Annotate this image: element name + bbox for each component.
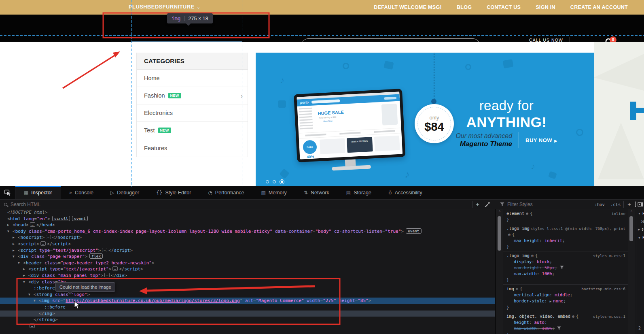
search-html-input[interactable]: Search HTML [11, 202, 472, 207]
css-rule[interactable]: element⊕{inline} [503, 209, 628, 224]
markup-row[interactable]: ▶<div class="main-panel-top">…</div> [0, 272, 495, 279]
rules-scrollbar[interactable]: ⌃ [496, 209, 503, 334]
expand-arrow-icon[interactable]: ▶ [13, 241, 18, 247]
tab-debugger[interactable]: ▷Debugger [102, 186, 148, 199]
category-item-electronics[interactable]: Electronics [137, 104, 248, 122]
carousel-dot-active[interactable] [280, 179, 284, 184]
markup-row[interactable]: ▶<script type="text/javascript">…</scrip… [0, 247, 495, 254]
topbar-link[interactable]: CREATE AN ACCOUNT [570, 4, 628, 10]
collapse-arrow-icon[interactable]: ▼ [28, 291, 34, 298]
ellipsis-expander[interactable]: … [30, 222, 35, 227]
layout-section-b[interactable]: ▼B [636, 234, 644, 242]
css-rule[interactable]: .logo img⊕{styles-m.css:1display: block;… [503, 251, 628, 285]
rule-source-link[interactable]: bootstrap.min.css:6 [581, 286, 625, 292]
css-rule[interactable]: img, object, video, embed⊕{styles-m.css:… [503, 312, 628, 334]
tab-network[interactable]: ⇅Network [295, 186, 338, 199]
selector-highlighter-icon[interactable]: ⊕ [516, 286, 518, 292]
rule-selector[interactable]: element [506, 211, 524, 217]
markup-row[interactable]: </strong> [0, 317, 495, 323]
scroll-up-arrow[interactable]: ⌃ [496, 209, 503, 215]
ellipsis-expander[interactable]: … [102, 248, 107, 252]
ellipsis-expander[interactable]: … [40, 241, 46, 246]
css-rule[interactable]: img⊕{bootstrap.min.css:6vertical-align: … [503, 285, 628, 312]
markup-row[interactable]: ::before [0, 304, 495, 311]
dom-badge-scroll[interactable]: scroll [52, 216, 70, 221]
scrollbar-thumb[interactable] [498, 216, 501, 251]
ellipsis-expander[interactable]: … [30, 323, 35, 328]
topbar-link[interactable]: DEFAULT WELCOME MSG! [374, 4, 442, 10]
collapse-arrow-icon[interactable]: ▼ [13, 253, 18, 260]
sidebar-scrollbar[interactable]: ⌃ [628, 209, 635, 334]
selector-highlighter-icon[interactable]: ⊕ [526, 211, 528, 217]
scrollbar-thumb[interactable] [629, 216, 633, 241]
expand-shorthand-icon[interactable]: ▶ [550, 300, 552, 303]
layout-section-s[interactable]: S [636, 217, 644, 226]
tab-storage[interactable]: ▤Storage [338, 186, 380, 199]
rule-source-link[interactable]: styles-m.css:1 [593, 253, 625, 259]
rule-source-link[interactable]: styles-l.css:1 @(min-width: 768px), prin… [531, 226, 626, 232]
css-declaration[interactable]: max-width: 100%; [506, 271, 625, 277]
markup-row[interactable]: <!DOCTYPE html> [0, 209, 495, 216]
tab-memory[interactable]: ▥Memory [252, 186, 295, 199]
markup-row[interactable]: ▼<header class="page-header type2 header… [0, 260, 495, 266]
layout-section-g[interactable]: ▶G [636, 226, 644, 234]
hero-banner[interactable]: ♪ ♪ ♪ porto [256, 53, 594, 186]
ellipsis-expander[interactable]: … [46, 235, 51, 239]
expand-arrow-icon[interactable]: ▶ [7, 222, 13, 228]
category-item-test[interactable]: TestNEW [137, 122, 248, 139]
dom-badge-event[interactable]: event [406, 228, 422, 234]
markup-row[interactable]: ▼<strong class="logo"> [0, 291, 495, 298]
markup-row[interactable]: ▶<script type="text/javascript">…</scrip… [0, 266, 495, 272]
css-declaration[interactable]: height: auto; [506, 319, 625, 325]
rule-selector[interactable]: img, object, video, embed [506, 313, 570, 319]
css-declaration[interactable]: display: block; [506, 259, 625, 265]
css-declaration[interactable]: vertical-align: middle; [506, 292, 625, 298]
selector-highlighter-icon[interactable]: ⊕ [508, 232, 511, 238]
ellipsis-expander[interactable]: … [104, 273, 110, 277]
topbar-link[interactable]: SIGN IN [536, 4, 555, 10]
collapse-arrow-icon[interactable]: ▼ [34, 298, 39, 304]
eyedropper-button[interactable] [484, 201, 490, 207]
markup-row[interactable]: ▶<noscript>…</noscript> [0, 234, 495, 241]
tab-inspector[interactable]: ▦Inspector [15, 186, 61, 199]
carousel-dot[interactable] [273, 180, 276, 183]
ellipsis-expander[interactable]: … [112, 266, 118, 271]
css-declaration[interactable]: max-height: inherit; [506, 238, 625, 244]
dom-badge-flex[interactable]: flex [89, 253, 103, 259]
category-item-features[interactable]: Features [137, 139, 248, 157]
collapse-arrow-icon[interactable]: ▼ [18, 260, 23, 266]
hover-pseudo-button[interactable]: :hov [595, 202, 605, 207]
expand-arrow-icon[interactable]: ▶ [13, 247, 18, 254]
collapse-arrow-icon[interactable]: ▼ [7, 228, 13, 235]
expand-sidebar-button[interactable] [636, 200, 644, 209]
topbar-link[interactable]: BLOG [457, 4, 472, 10]
markup-row[interactable]: <html lang="en">scrollevent [0, 216, 495, 222]
rule-source-link[interactable]: styles-m.css:1 [593, 313, 625, 319]
tab-style-editor[interactable]: {}Style Editor [148, 186, 199, 199]
topbar-link[interactable]: CONTACT US [487, 4, 521, 10]
filter-styles-input[interactable]: Filter Styles [507, 202, 592, 207]
expand-arrow-icon[interactable]: ▶ [23, 272, 28, 279]
css-declaration[interactable]: border-style: ▶none; [506, 298, 625, 304]
collapse-arrow-icon[interactable]: ▼ [23, 279, 28, 285]
store-switcher[interactable]: PLUSHBEDSFURNITURE⌄ [129, 4, 200, 10]
tab-console[interactable]: »Console [61, 186, 102, 199]
markup-row[interactable]: ▼<div class="page-wrapper">flex [0, 253, 495, 260]
overridden-filter-icon[interactable] [557, 326, 561, 330]
markup-row[interactable]: </img> [0, 311, 495, 317]
scroll-up-arrow[interactable]: ⌃ [628, 209, 635, 215]
markup-row[interactable]: ▼<img src="https://plushbedsfurniture.co… [0, 298, 495, 304]
expand-arrow-icon[interactable]: ▶ [13, 234, 18, 241]
rule-selector[interactable]: .logo img [506, 226, 530, 232]
carousel-dot[interactable] [266, 180, 269, 183]
dom-badge-event[interactable]: event [72, 216, 88, 221]
markup-row[interactable]: ▶<head>…</head> [0, 222, 495, 228]
rules-view[interactable]: element⊕{inline}.logo imgstyles-l.css:1 … [503, 209, 628, 334]
element-picker-button[interactable] [0, 186, 15, 199]
css-declaration[interactable]: max-height: 50px; [506, 265, 625, 271]
layout-section-f[interactable]: ▼F [636, 209, 644, 217]
add-rule-button[interactable]: + [627, 201, 631, 208]
category-item-home[interactable]: Home [137, 70, 248, 87]
tab-accessibility[interactable]: ♁Accessibility [380, 186, 431, 199]
buy-now-button[interactable]: BUY NOW▶ [525, 137, 557, 143]
